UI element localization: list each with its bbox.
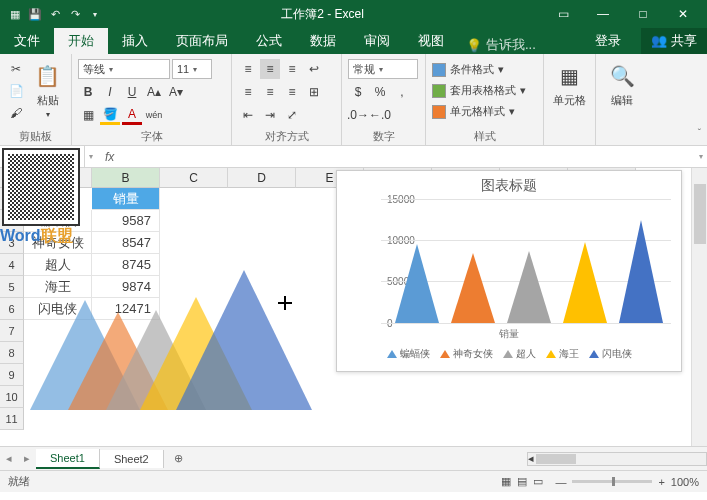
- zoom-out-button[interactable]: —: [555, 476, 566, 488]
- data-cell[interactable]: 9874: [92, 276, 160, 298]
- row-header[interactable]: 11: [0, 408, 24, 430]
- currency-button[interactable]: $: [348, 82, 368, 102]
- indent-inc-button[interactable]: ⇥: [260, 105, 280, 125]
- copy-icon[interactable]: 📄: [6, 81, 26, 101]
- chevron-down-icon: ▾: [109, 65, 113, 74]
- cut-icon[interactable]: ✂: [6, 59, 26, 79]
- row-header[interactable]: 10: [0, 386, 24, 408]
- tab-home[interactable]: 开始: [54, 28, 108, 54]
- percent-button[interactable]: %: [370, 82, 390, 102]
- data-cell[interactable]: 闪电侠: [24, 298, 92, 320]
- align-right-button[interactable]: ≡: [282, 82, 302, 102]
- table-format-button[interactable]: 套用表格格式 ▾: [432, 82, 526, 99]
- col-header[interactable]: B: [92, 168, 160, 188]
- tab-layout[interactable]: 页面布局: [162, 28, 242, 54]
- watermark: Word联盟: [0, 226, 73, 247]
- pagelayout-view-icon[interactable]: ▤: [517, 475, 527, 488]
- paste-button[interactable]: 📋 粘贴 ▾: [30, 57, 65, 119]
- cell-style-button[interactable]: 单元格样式 ▾: [432, 103, 515, 120]
- chart-object[interactable]: 图表标题 15000 10000 5000 0 销量 蝙蝠侠神奇女侠超人海王闪电…: [336, 170, 682, 372]
- shrink-font-button[interactable]: A▾: [166, 82, 186, 102]
- sheet-tab-1[interactable]: Sheet1: [36, 449, 100, 469]
- ribbon-opts-icon[interactable]: ▭: [543, 0, 583, 28]
- align-center-button[interactable]: ≡: [260, 82, 280, 102]
- data-cell[interactable]: 9587: [92, 210, 160, 232]
- row-header[interactable]: 7: [0, 320, 24, 342]
- inc-decimal-button[interactable]: .0→: [348, 105, 368, 125]
- namebox-dd-icon[interactable]: ▾: [85, 152, 97, 161]
- tab-review[interactable]: 审阅: [350, 28, 404, 54]
- undo-icon[interactable]: ↶: [48, 7, 62, 21]
- number-format-combo[interactable]: 常规▾: [348, 59, 418, 79]
- vertical-scrollbar[interactable]: [691, 168, 707, 446]
- horizontal-scrollbar[interactable]: ◂: [527, 452, 707, 466]
- sheet-nav-prev-icon[interactable]: ◂: [0, 452, 18, 465]
- fmtpaint-icon[interactable]: 🖌: [6, 103, 26, 123]
- tab-data[interactable]: 数据: [296, 28, 350, 54]
- expand-fbar-icon[interactable]: ▾: [695, 152, 707, 161]
- align-left-button[interactable]: ≡: [238, 82, 258, 102]
- tab-file[interactable]: 文件: [0, 28, 54, 54]
- orientation-button[interactable]: ⤢: [282, 105, 302, 125]
- header-cell[interactable]: 销量: [92, 188, 160, 210]
- comma-button[interactable]: ,: [392, 82, 412, 102]
- data-cell[interactable]: 12471: [92, 298, 160, 320]
- bold-button[interactable]: B: [78, 82, 98, 102]
- zoom-level[interactable]: 100%: [671, 476, 699, 488]
- italic-button[interactable]: I: [100, 82, 120, 102]
- data-cell[interactable]: 8745: [92, 254, 160, 276]
- col-header[interactable]: D: [228, 168, 296, 188]
- new-sheet-button[interactable]: ⊕: [164, 452, 193, 465]
- table-fmt-icon: [432, 84, 446, 98]
- data-cell[interactable]: 8547: [92, 232, 160, 254]
- row-header[interactable]: 5: [0, 276, 24, 298]
- grow-font-button[interactable]: A▴: [144, 82, 164, 102]
- underline-button[interactable]: U: [122, 82, 142, 102]
- save-icon[interactable]: 💾: [28, 7, 42, 21]
- fill-color-button[interactable]: 🪣: [100, 105, 120, 125]
- login-button[interactable]: 登录: [581, 28, 635, 54]
- sheet-tab-2[interactable]: Sheet2: [100, 450, 164, 468]
- align-middle-button[interactable]: ≡: [260, 59, 280, 79]
- cells-icon: ▦: [555, 61, 585, 91]
- zoom-in-button[interactable]: +: [658, 476, 664, 488]
- phonetic-button[interactable]: wén: [144, 105, 164, 125]
- close-icon[interactable]: ✕: [663, 0, 703, 28]
- fx-icon[interactable]: fx: [97, 150, 122, 164]
- zoom-slider[interactable]: [572, 480, 652, 483]
- edit-button[interactable]: 🔍编辑: [602, 57, 642, 108]
- row-header[interactable]: 6: [0, 298, 24, 320]
- tell-me[interactable]: 💡告诉我...: [466, 36, 536, 54]
- redo-icon[interactable]: ↷: [68, 7, 82, 21]
- row-header[interactable]: 4: [0, 254, 24, 276]
- data-cell[interactable]: 超人: [24, 254, 92, 276]
- font-name-combo[interactable]: 等线▾: [78, 59, 170, 79]
- cells-button[interactable]: ▦单元格: [550, 57, 589, 108]
- font-color-button[interactable]: A: [122, 105, 142, 125]
- wrap-text-button[interactable]: ↩: [304, 59, 324, 79]
- row-header[interactable]: 8: [0, 342, 24, 364]
- normal-view-icon[interactable]: ▦: [501, 475, 511, 488]
- conditional-format-button[interactable]: 条件格式 ▾: [432, 61, 504, 78]
- data-cell[interactable]: 海王: [24, 276, 92, 298]
- minimize-icon[interactable]: —: [583, 0, 623, 28]
- tab-formula[interactable]: 公式: [242, 28, 296, 54]
- pagebreak-view-icon[interactable]: ▭: [533, 475, 543, 488]
- share-button[interactable]: 👥 共享: [641, 28, 707, 54]
- tab-view[interactable]: 视图: [404, 28, 458, 54]
- align-top-button[interactable]: ≡: [238, 59, 258, 79]
- group-align: 对齐方式: [238, 129, 335, 143]
- sheet-nav-next-icon[interactable]: ▸: [18, 452, 36, 465]
- col-header[interactable]: C: [160, 168, 228, 188]
- align-bottom-button[interactable]: ≡: [282, 59, 302, 79]
- maximize-icon[interactable]: □: [623, 0, 663, 28]
- tab-insert[interactable]: 插入: [108, 28, 162, 54]
- border-button[interactable]: ▦: [78, 105, 98, 125]
- indent-dec-button[interactable]: ⇤: [238, 105, 258, 125]
- collapse-ribbon-icon[interactable]: ˇ: [698, 128, 701, 139]
- dec-decimal-button[interactable]: ←.0: [370, 105, 390, 125]
- qat-dd-icon[interactable]: ▾: [88, 7, 102, 21]
- row-header[interactable]: 9: [0, 364, 24, 386]
- merge-button[interactable]: ⊞: [304, 82, 324, 102]
- font-size-combo[interactable]: 11▾: [172, 59, 212, 79]
